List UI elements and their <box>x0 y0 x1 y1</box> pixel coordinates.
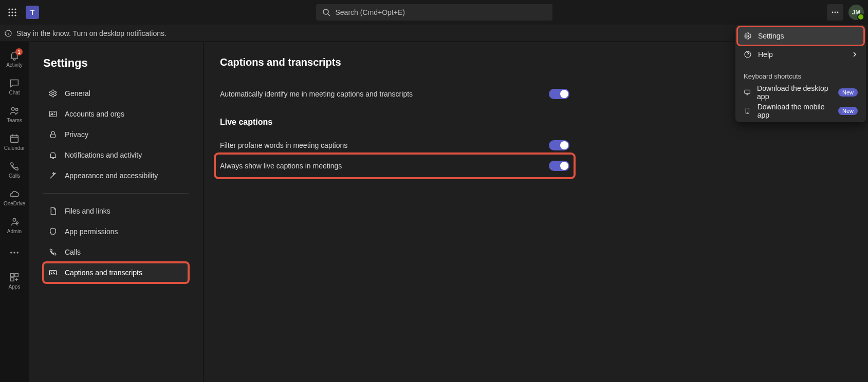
menu-help[interactable]: Help <box>737 45 864 64</box>
calendar-icon <box>9 133 20 144</box>
gear-icon <box>48 89 58 98</box>
phone-icon <box>9 161 20 172</box>
svg-point-26 <box>15 108 18 110</box>
app-launcher-button[interactable] <box>4 4 21 21</box>
ellipsis-icon <box>831 8 839 16</box>
rail-calls[interactable]: Calls <box>0 156 29 183</box>
settings-item-accounts[interactable]: Accounts and orgs <box>43 104 189 124</box>
svg-rect-38 <box>11 277 14 280</box>
svg-point-25 <box>12 107 15 110</box>
toggle-always-show[interactable] <box>549 161 569 171</box>
svg-point-14 <box>747 35 749 37</box>
people-icon <box>9 105 20 117</box>
rail-teams-label: Teams <box>7 118 22 123</box>
rail-apps[interactable]: Apps <box>0 267 29 294</box>
svg-point-11 <box>832 12 834 13</box>
teams-logo-icon: T <box>26 6 39 19</box>
menu-download-desktop-label: Download the desktop app <box>757 84 832 101</box>
app-rail: 1 Activity Chat Teams Calendar Calls One… <box>0 42 29 382</box>
svg-rect-37 <box>15 273 18 276</box>
menu-settings-label: Settings <box>758 32 784 40</box>
avatar-initials: JM <box>852 9 861 16</box>
rail-calendar[interactable]: Calendar <box>0 128 29 155</box>
rail-activity[interactable]: 1 Activity <box>0 45 29 72</box>
apps-icon <box>9 272 20 283</box>
svg-point-7 <box>11 14 13 16</box>
settings-nav: Settings General Accounts and orgs Priva… <box>29 42 204 382</box>
settings-item-label: General <box>65 89 90 98</box>
activity-badge: 1 <box>15 48 23 55</box>
rail-chat[interactable]: Chat <box>0 73 29 100</box>
rail-calls-label: Calls <box>9 173 20 179</box>
settings-item-notifications[interactable]: Notifications and activity <box>43 145 189 165</box>
menu-download-desktop[interactable]: Download the desktop app New <box>737 83 864 102</box>
toggle-auto-identify-label: Automatically identify me in meeting cap… <box>220 90 413 98</box>
svg-point-6 <box>8 14 10 16</box>
toggle-filter-profane-row: Filter profane words in meeting captions <box>220 135 569 156</box>
menu-section-heading: Keyboard shortcuts <box>737 68 864 83</box>
settings-item-label: Calls <box>65 248 81 256</box>
svg-point-3 <box>8 11 10 13</box>
settings-title: Settings <box>43 56 189 70</box>
rail-onedrive[interactable]: OneDrive <box>0 184 29 211</box>
file-icon <box>48 206 58 216</box>
menu-help-label: Help <box>758 50 773 59</box>
settings-item-calls[interactable]: Calls <box>43 242 189 262</box>
menu-download-mobile-label: Download the mobile app <box>758 103 832 119</box>
lock-icon <box>48 130 58 139</box>
rail-apps-label: Apps <box>9 284 21 290</box>
svg-rect-17 <box>745 90 750 93</box>
info-icon <box>4 29 12 37</box>
svg-point-9 <box>323 9 328 14</box>
toggle-filter-profane[interactable] <box>549 140 569 150</box>
toggle-auto-identify-row: Automatically identify me in meeting cap… <box>220 84 569 104</box>
ellipsis-icon <box>9 247 20 258</box>
rail-more[interactable] <box>0 239 29 266</box>
svg-point-34 <box>13 252 15 254</box>
settings-item-privacy[interactable]: Privacy <box>43 124 189 145</box>
menu-settings[interactable]: Settings <box>737 27 864 45</box>
settings-divider <box>43 193 189 194</box>
more-options-button[interactable] <box>827 4 843 21</box>
svg-line-10 <box>328 14 330 16</box>
svg-rect-36 <box>11 273 14 276</box>
svg-rect-47 <box>49 271 57 275</box>
settings-item-captions[interactable]: Captions and transcripts <box>43 262 189 283</box>
avatar[interactable]: JM <box>848 5 864 20</box>
settings-item-permissions[interactable]: App permissions <box>43 221 189 242</box>
settings-item-label: Captions and transcripts <box>65 269 142 277</box>
settings-item-general[interactable]: General <box>43 83 189 104</box>
svg-point-24 <box>8 31 9 32</box>
svg-point-31 <box>13 218 16 221</box>
svg-point-35 <box>17 252 19 254</box>
notification-text: Stay in the know. Turn on desktop notifi… <box>16 29 167 37</box>
gear-icon <box>744 32 752 40</box>
rail-admin[interactable]: Admin <box>0 212 29 238</box>
admin-icon <box>9 216 20 227</box>
mobile-icon <box>744 107 751 115</box>
svg-point-33 <box>10 252 12 254</box>
cc-icon <box>48 268 58 277</box>
svg-point-8 <box>14 14 16 16</box>
cloud-icon <box>9 188 20 200</box>
menu-download-mobile[interactable]: Download the mobile app New <box>737 102 864 120</box>
settings-item-appearance[interactable]: Appearance and accessibility <box>43 165 189 186</box>
settings-item-files[interactable]: Files and links <box>43 201 189 221</box>
settings-item-label: Notifications and activity <box>65 151 142 159</box>
new-badge: New <box>838 107 858 115</box>
settings-item-label: Privacy <box>65 130 88 139</box>
menu-divider <box>737 66 864 66</box>
toggle-auto-identify[interactable] <box>549 89 569 99</box>
waffle-icon <box>8 8 17 17</box>
svg-point-16 <box>748 56 748 56</box>
rail-calendar-label: Calendar <box>4 145 25 151</box>
help-icon <box>744 50 752 59</box>
rail-teams[interactable]: Teams <box>0 101 29 127</box>
svg-rect-27 <box>11 135 19 142</box>
bell-icon <box>48 150 58 160</box>
svg-point-32 <box>16 222 19 224</box>
search-input[interactable]: Search (Cmd+Opt+E) <box>316 4 552 21</box>
rail-activity-label: Activity <box>6 62 23 68</box>
toggle-filter-profane-label: Filter profane words in meeting captions <box>220 141 347 149</box>
desktop-icon <box>744 88 751 97</box>
